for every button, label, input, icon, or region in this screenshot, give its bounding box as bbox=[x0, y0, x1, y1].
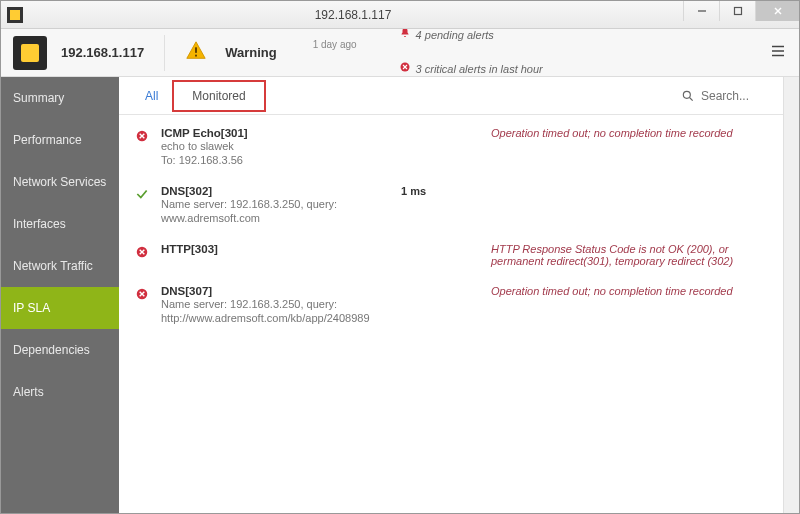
close-button[interactable] bbox=[755, 1, 799, 21]
titlebar: 192.168.1.117 bbox=[1, 1, 799, 29]
sidebar-item-network-traffic[interactable]: Network Traffic bbox=[1, 245, 119, 287]
service-message: Operation timed out; no completion time … bbox=[471, 127, 767, 139]
svg-rect-4 bbox=[195, 47, 197, 53]
status-error-icon bbox=[135, 245, 151, 262]
sidebar-item-performance[interactable]: Performance bbox=[1, 119, 119, 161]
service-metric: 1 ms bbox=[401, 185, 461, 197]
warning-icon bbox=[185, 40, 207, 65]
error-circle-icon bbox=[399, 61, 411, 77]
sidebar-item-interfaces[interactable]: Interfaces bbox=[1, 203, 119, 245]
tab-monitored[interactable]: Monitored bbox=[172, 80, 265, 112]
service-message: HTTP Response Status Code is not OK (200… bbox=[471, 243, 767, 267]
minimize-button[interactable] bbox=[683, 1, 719, 21]
service-name: DNS[307] bbox=[161, 285, 391, 297]
service-detail: echo to slawekTo: 192.168.3.56 bbox=[161, 139, 391, 167]
search-icon bbox=[681, 89, 695, 103]
sidebar-item-summary[interactable]: Summary bbox=[1, 77, 119, 119]
svg-rect-5 bbox=[195, 55, 197, 57]
hamburger-icon bbox=[769, 42, 787, 60]
app-window: 192.168.1.117 192.168.1.117 Warning 1 da… bbox=[0, 0, 800, 514]
service-row[interactable]: HTTP[303]HTTP Response Status Code is no… bbox=[119, 235, 783, 277]
service-row[interactable]: DNS[307]Name server: 192.168.3.250, quer… bbox=[119, 277, 783, 335]
search-input[interactable] bbox=[701, 89, 771, 103]
tab-all[interactable]: All bbox=[131, 81, 172, 111]
device-ip: 192.168.1.117 bbox=[61, 45, 144, 60]
maximize-icon bbox=[733, 6, 743, 16]
service-row[interactable]: ICMP Echo[301]echo to slawekTo: 192.168.… bbox=[119, 119, 783, 177]
body: SummaryPerformanceNetwork ServicesInterf… bbox=[1, 77, 799, 513]
search-box[interactable] bbox=[681, 89, 771, 103]
service-name: ICMP Echo[301] bbox=[161, 127, 391, 139]
device-vendor-icon bbox=[13, 36, 47, 70]
sidebar: SummaryPerformanceNetwork ServicesInterf… bbox=[1, 77, 119, 513]
service-message: Operation timed out; no completion time … bbox=[471, 285, 767, 297]
service-detail: Name server: 192.168.3.250, query: http:… bbox=[161, 297, 391, 325]
menu-button[interactable] bbox=[769, 42, 787, 63]
main-panel: AllMonitored ICMP Echo[301]echo to slawe… bbox=[119, 77, 783, 513]
scrollbar[interactable] bbox=[783, 77, 799, 513]
service-list: ICMP Echo[301]echo to slawekTo: 192.168.… bbox=[119, 115, 783, 513]
sidebar-item-dependencies[interactable]: Dependencies bbox=[1, 329, 119, 371]
minimize-icon bbox=[697, 6, 707, 16]
sidebar-item-network-services[interactable]: Network Services bbox=[1, 161, 119, 203]
service-detail: Name server: 192.168.3.250, query: www.a… bbox=[161, 197, 391, 225]
service-info: ICMP Echo[301]echo to slawekTo: 192.168.… bbox=[161, 127, 391, 167]
maximize-button[interactable] bbox=[719, 1, 755, 21]
service-name: DNS[302] bbox=[161, 185, 391, 197]
svg-line-13 bbox=[690, 97, 693, 100]
service-row[interactable]: DNS[302]Name server: 192.168.3.250, quer… bbox=[119, 177, 783, 235]
status-error-icon bbox=[135, 287, 151, 304]
tab-bar: AllMonitored bbox=[119, 77, 783, 115]
status-error-icon bbox=[135, 129, 151, 146]
status-label: Warning bbox=[225, 45, 277, 60]
status-ok-icon bbox=[135, 187, 151, 204]
service-name: HTTP[303] bbox=[161, 243, 391, 255]
critical-alerts-text: 3 critical alerts in last hour bbox=[416, 61, 543, 77]
divider bbox=[164, 35, 165, 71]
service-info: DNS[307]Name server: 192.168.3.250, quer… bbox=[161, 285, 391, 325]
sidebar-item-ip-sla[interactable]: IP SLA bbox=[1, 287, 119, 329]
window-controls bbox=[683, 1, 799, 28]
sidebar-item-alerts[interactable]: Alerts bbox=[1, 371, 119, 413]
close-icon bbox=[773, 6, 783, 16]
svg-point-12 bbox=[683, 91, 690, 98]
app-icon bbox=[7, 7, 23, 23]
device-header: 192.168.1.117 Warning 1 day ago 4 pendin… bbox=[1, 29, 799, 77]
window-title: 192.168.1.117 bbox=[23, 8, 683, 22]
svg-rect-1 bbox=[734, 8, 741, 15]
status-time-ago: 1 day ago bbox=[313, 39, 357, 50]
service-info: HTTP[303] bbox=[161, 243, 391, 255]
service-info: DNS[302]Name server: 192.168.3.250, quer… bbox=[161, 185, 391, 225]
